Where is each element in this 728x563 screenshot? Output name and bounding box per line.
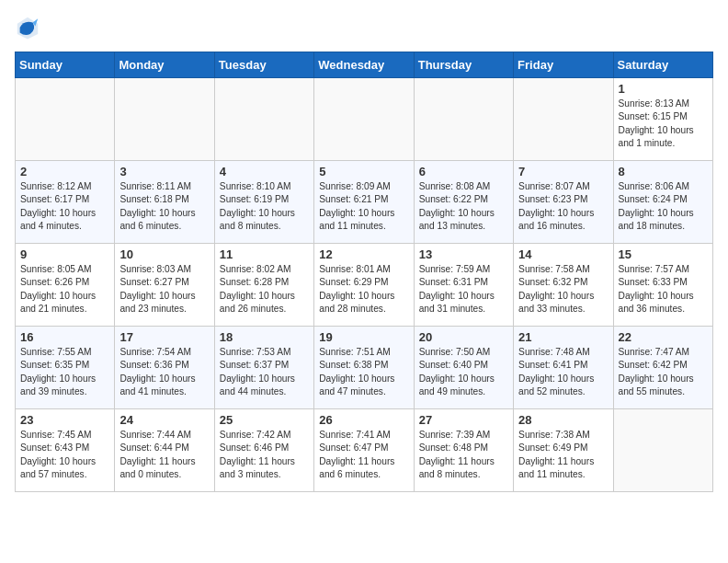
day-info: Sunrise: 7:51 AM Sunset: 6:38 PM Dayligh… — [319, 346, 408, 398]
day-number: 20 — [419, 330, 508, 344]
day-info: Sunrise: 7:39 AM Sunset: 6:48 PM Dayligh… — [419, 429, 508, 481]
day-number: 7 — [518, 165, 608, 178]
day-of-week-header: Monday — [115, 52, 214, 78]
calendar-week-row: 23Sunrise: 7:45 AM Sunset: 6:43 PM Dayli… — [16, 409, 713, 492]
day-info: Sunrise: 7:48 AM Sunset: 6:41 PM Dayligh… — [518, 346, 608, 398]
page-header — [15, 15, 713, 40]
calendar-cell: 16Sunrise: 7:55 AM Sunset: 6:35 PM Dayli… — [16, 327, 115, 409]
calendar-cell: 20Sunrise: 7:50 AM Sunset: 6:40 PM Dayli… — [414, 327, 513, 409]
calendar-cell: 15Sunrise: 7:57 AM Sunset: 6:33 PM Dayli… — [613, 244, 712, 327]
day-number: 5 — [319, 165, 408, 178]
day-info: Sunrise: 8:13 AM Sunset: 6:15 PM Dayligh… — [619, 98, 708, 150]
calendar-cell: 9Sunrise: 8:05 AM Sunset: 6:26 PM Daylig… — [16, 244, 115, 327]
calendar-cell: 21Sunrise: 7:48 AM Sunset: 6:41 PM Dayli… — [514, 327, 613, 409]
day-number: 12 — [319, 247, 408, 261]
calendar-cell: 22Sunrise: 7:47 AM Sunset: 6:42 PM Dayli… — [613, 327, 712, 409]
logo-icon — [15, 15, 40, 40]
day-info: Sunrise: 8:10 AM Sunset: 6:19 PM Dayligh… — [220, 180, 309, 233]
day-number: 22 — [619, 330, 708, 344]
day-number: 11 — [220, 247, 309, 261]
calendar-cell: 14Sunrise: 7:58 AM Sunset: 6:32 PM Dayli… — [514, 244, 613, 327]
calendar-cell: 6Sunrise: 8:08 AM Sunset: 6:22 PM Daylig… — [414, 161, 513, 244]
day-info: Sunrise: 7:57 AM Sunset: 6:33 PM Dayligh… — [619, 263, 708, 316]
day-number: 26 — [319, 413, 408, 427]
calendar-cell — [16, 78, 115, 161]
day-number: 4 — [220, 165, 309, 178]
day-info: Sunrise: 8:05 AM Sunset: 6:26 PM Dayligh… — [20, 263, 109, 316]
calendar-header-row: SundayMondayTuesdayWednesdayThursdayFrid… — [16, 52, 713, 78]
calendar-week-row: 16Sunrise: 7:55 AM Sunset: 6:35 PM Dayli… — [16, 327, 713, 409]
day-info: Sunrise: 7:50 AM Sunset: 6:40 PM Dayligh… — [419, 346, 508, 398]
day-of-week-header: Sunday — [16, 52, 115, 78]
day-of-week-header: Friday — [514, 52, 613, 78]
calendar-cell: 19Sunrise: 7:51 AM Sunset: 6:38 PM Dayli… — [314, 327, 414, 409]
calendar-week-row: 2Sunrise: 8:12 AM Sunset: 6:17 PM Daylig… — [16, 161, 713, 244]
calendar-cell: 24Sunrise: 7:44 AM Sunset: 6:44 PM Dayli… — [115, 409, 214, 492]
day-number: 28 — [518, 413, 608, 427]
calendar-cell: 18Sunrise: 7:53 AM Sunset: 6:37 PM Dayli… — [214, 327, 313, 409]
day-number: 24 — [119, 413, 209, 427]
day-info: Sunrise: 7:47 AM Sunset: 6:42 PM Dayligh… — [619, 346, 708, 398]
day-number: 17 — [119, 330, 209, 344]
calendar-cell: 27Sunrise: 7:39 AM Sunset: 6:48 PM Dayli… — [414, 409, 513, 492]
day-info: Sunrise: 7:59 AM Sunset: 6:31 PM Dayligh… — [419, 263, 508, 316]
day-info: Sunrise: 8:12 AM Sunset: 6:17 PM Dayligh… — [20, 180, 109, 233]
day-of-week-header: Saturday — [613, 52, 712, 78]
day-info: Sunrise: 7:45 AM Sunset: 6:43 PM Dayligh… — [20, 429, 109, 481]
calendar-cell: 5Sunrise: 8:09 AM Sunset: 6:21 PM Daylig… — [314, 161, 414, 244]
day-info: Sunrise: 8:08 AM Sunset: 6:22 PM Dayligh… — [419, 180, 508, 233]
day-info: Sunrise: 7:41 AM Sunset: 6:47 PM Dayligh… — [319, 429, 408, 481]
logo — [15, 15, 44, 40]
calendar-cell: 7Sunrise: 8:07 AM Sunset: 6:23 PM Daylig… — [514, 161, 613, 244]
day-number: 8 — [619, 165, 708, 178]
calendar-cell: 23Sunrise: 7:45 AM Sunset: 6:43 PM Dayli… — [16, 409, 115, 492]
calendar-week-row: 9Sunrise: 8:05 AM Sunset: 6:26 PM Daylig… — [16, 244, 713, 327]
day-number: 19 — [319, 330, 408, 344]
calendar-cell: 25Sunrise: 7:42 AM Sunset: 6:46 PM Dayli… — [214, 409, 313, 492]
calendar-cell: 28Sunrise: 7:38 AM Sunset: 6:49 PM Dayli… — [514, 409, 613, 492]
day-number: 2 — [20, 165, 109, 178]
day-number: 6 — [419, 165, 508, 178]
day-number: 21 — [518, 330, 608, 344]
day-info: Sunrise: 8:09 AM Sunset: 6:21 PM Dayligh… — [319, 180, 408, 233]
day-number: 25 — [220, 413, 309, 427]
calendar-cell — [214, 78, 313, 161]
calendar-cell: 8Sunrise: 8:06 AM Sunset: 6:24 PM Daylig… — [613, 161, 712, 244]
day-number: 10 — [119, 247, 209, 261]
day-number: 3 — [119, 165, 209, 178]
day-number: 18 — [220, 330, 309, 344]
day-number: 14 — [518, 247, 608, 261]
day-info: Sunrise: 7:53 AM Sunset: 6:37 PM Dayligh… — [220, 346, 309, 398]
day-number: 16 — [20, 330, 109, 344]
day-number: 1 — [619, 82, 708, 96]
calendar-cell — [613, 409, 712, 492]
calendar-cell: 4Sunrise: 8:10 AM Sunset: 6:19 PM Daylig… — [214, 161, 313, 244]
day-info: Sunrise: 7:44 AM Sunset: 6:44 PM Dayligh… — [119, 429, 209, 481]
calendar-cell: 13Sunrise: 7:59 AM Sunset: 6:31 PM Dayli… — [414, 244, 513, 327]
day-info: Sunrise: 7:38 AM Sunset: 6:49 PM Dayligh… — [518, 429, 608, 481]
calendar-cell — [514, 78, 613, 161]
day-info: Sunrise: 8:03 AM Sunset: 6:27 PM Dayligh… — [119, 263, 209, 316]
day-info: Sunrise: 8:02 AM Sunset: 6:28 PM Dayligh… — [220, 263, 309, 316]
calendar-cell: 3Sunrise: 8:11 AM Sunset: 6:18 PM Daylig… — [115, 161, 214, 244]
calendar-cell: 10Sunrise: 8:03 AM Sunset: 6:27 PM Dayli… — [115, 244, 214, 327]
day-info: Sunrise: 7:58 AM Sunset: 6:32 PM Dayligh… — [518, 263, 608, 316]
calendar-cell: 11Sunrise: 8:02 AM Sunset: 6:28 PM Dayli… — [214, 244, 313, 327]
calendar-table: SundayMondayTuesdayWednesdayThursdayFrid… — [15, 52, 713, 492]
day-info: Sunrise: 7:54 AM Sunset: 6:36 PM Dayligh… — [119, 346, 209, 398]
day-info: Sunrise: 8:07 AM Sunset: 6:23 PM Dayligh… — [518, 180, 608, 233]
calendar-cell: 26Sunrise: 7:41 AM Sunset: 6:47 PM Dayli… — [314, 409, 414, 492]
day-info: Sunrise: 8:06 AM Sunset: 6:24 PM Dayligh… — [619, 180, 708, 233]
day-info: Sunrise: 7:42 AM Sunset: 6:46 PM Dayligh… — [220, 429, 309, 481]
day-of-week-header: Tuesday — [214, 52, 313, 78]
day-info: Sunrise: 8:01 AM Sunset: 6:29 PM Dayligh… — [319, 263, 408, 316]
day-info: Sunrise: 7:55 AM Sunset: 6:35 PM Dayligh… — [20, 346, 109, 398]
day-of-week-header: Thursday — [414, 52, 513, 78]
calendar-cell: 2Sunrise: 8:12 AM Sunset: 6:17 PM Daylig… — [16, 161, 115, 244]
day-number: 27 — [419, 413, 508, 427]
day-of-week-header: Wednesday — [314, 52, 414, 78]
day-number: 23 — [20, 413, 109, 427]
day-number: 9 — [20, 247, 109, 261]
day-info: Sunrise: 8:11 AM Sunset: 6:18 PM Dayligh… — [119, 180, 209, 233]
calendar-cell — [314, 78, 414, 161]
